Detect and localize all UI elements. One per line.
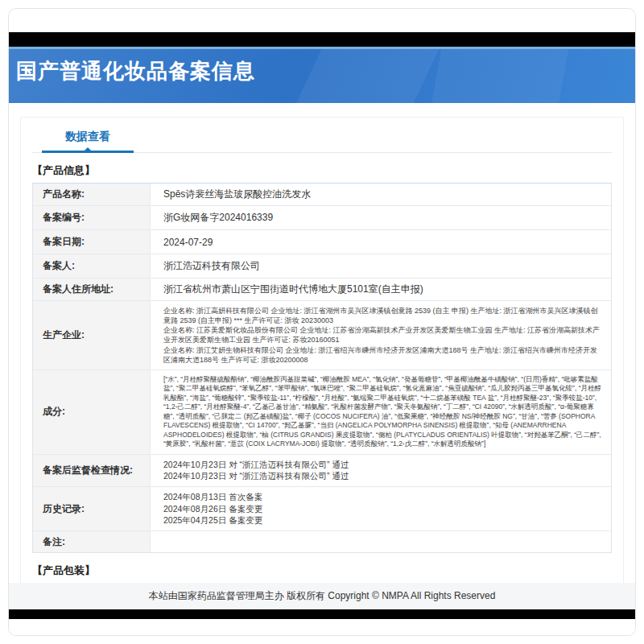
- manufacturer-entry: 企业名称: 浙江高妍科技有限公司 企业地址: 浙江省湖州市吴兴区埭溪镇创意路 2…: [163, 306, 603, 325]
- page-footer: 本站由国家药品监督管理局主办 版权所有 Copyright © NMPA All…: [9, 583, 635, 609]
- row-value: [151, 531, 611, 552]
- section-product-info: 【产品信息】: [32, 163, 612, 178]
- copyright-text: 本站由国家药品监督管理局主办 版权所有 Copyright © NMPA All…: [149, 589, 496, 603]
- tab-bar: 数据查看: [32, 118, 612, 153]
- row-label: 生产企业:: [33, 301, 151, 369]
- row-label: 备案后监督检查情况:: [33, 455, 151, 486]
- product-info-table: 产品名称: Spēs诗裴丝海盐玻尿酸控油洗发水 备案编号: 浙G妆网备字2024…: [32, 183, 612, 553]
- table-row-history: 历史记录: 2024年08月13日 首次备案 2024年08月26日 备案变更 …: [33, 487, 611, 531]
- row-label: 备案人:: [33, 254, 151, 278]
- row-label: 历史记录:: [33, 487, 151, 530]
- row-label: 成分:: [33, 370, 151, 454]
- row-label: 备案日期:: [33, 230, 151, 254]
- tab-data-view-label: 数据查看: [65, 130, 110, 142]
- table-row-supervision: 备案后监督检查情况: 2024年10月23日 对 “浙江浩迈科技有限公司” 通过…: [33, 455, 611, 487]
- row-value: 2024年08月13日 首次备案 2024年08月26日 备案变更 2025年0…: [151, 487, 611, 530]
- history-entry: 2025年04月25日 备案变更: [163, 514, 603, 526]
- row-value: 浙G妆网备字2024016339: [151, 206, 611, 229]
- tab-data-view[interactable]: 数据查看: [42, 130, 134, 153]
- top-black-bar: [9, 32, 635, 47]
- row-value: 浙江省杭州市萧山区宁围街道时代博地大厦5101室(自主申报): [151, 279, 611, 300]
- table-row-record-date: 备案日期: 2024-07-29: [33, 230, 611, 254]
- data-card: 数据查看 【产品信息】 产品名称: Spēs诗裴丝海盐玻尿酸控油洗发水 备案编号…: [20, 117, 624, 583]
- page-frame: 国产普通化妆品备案信息 数据查看 【产品信息】 产品名称: Spēs诗裴丝海盐玻…: [8, 8, 636, 636]
- page-title: 国产普通化妆品备案信息: [9, 49, 635, 85]
- row-label: 备案人住所地址:: [33, 279, 151, 300]
- table-row-ingredients: 成分: [“水”, “月桂醇聚醚硫酸酯钠”, “椰油酰胺丙基甜菜碱”, “椰油酰…: [33, 370, 611, 455]
- main-content: 数据查看 【产品信息】 产品名称: Spēs诗裴丝海盐玻尿酸控油洗发水 备案编号…: [9, 103, 635, 583]
- row-label: 备案编号:: [33, 206, 151, 229]
- row-value: Spēs诗裴丝海盐玻尿酸控油洗发水: [151, 184, 611, 205]
- table-row-product-name: 产品名称: Spēs诗裴丝海盐玻尿酸控油洗发水: [33, 184, 611, 206]
- supervision-entry: 2024年10月23日 对 “浙江浩迈科技有限公司” 通过: [163, 459, 603, 471]
- row-label: 备注:: [33, 531, 151, 552]
- table-row-registrant: 备案人: 浙江浩迈科技有限公司: [33, 254, 611, 279]
- row-value: [“水”, “月桂醇聚醚硫酸酯钠”, “椰油酰胺丙基甜菜碱”, “椰油酰胺 ME…: [151, 370, 611, 454]
- history-entry: 2024年08月26日 备案变更: [163, 503, 603, 515]
- manufacturer-entry: 企业名称: 浙江艾妍生物科技有限公司 企业地址: 浙江省绍兴市嵊州市经济开发区浦…: [163, 345, 603, 365]
- table-row-manufacturers: 生产企业: 企业名称: 浙江高妍科技有限公司 企业地址: 浙江省湖州市吴兴区埭溪…: [33, 301, 611, 370]
- history-entry: 2024年08月13日 首次备案: [163, 491, 603, 503]
- bottom-black-bar: [9, 609, 635, 619]
- manufacturer-entry: 企业名称: 江苏美爱斯化妆品股份有限公司 企业地址: 江苏省汾湖高新技术产业开发…: [163, 325, 603, 345]
- table-row-remarks: 备注:: [33, 531, 611, 552]
- top-margin: [9, 9, 635, 32]
- bottom-margin: [9, 619, 635, 635]
- page-header: 国产普通化妆品备案信息: [9, 47, 635, 103]
- row-value: 浙江浩迈科技有限公司: [151, 254, 611, 278]
- row-value: 企业名称: 浙江高妍科技有限公司 企业地址: 浙江省湖州市吴兴区埭溪镇创意路 2…: [151, 301, 611, 369]
- table-row-registrant-address: 备案人住所地址: 浙江省杭州市萧山区宁围街道时代博地大厦5101室(自主申报): [33, 279, 611, 301]
- row-label: 产品名称:: [33, 184, 151, 205]
- tab-active-underline: [42, 151, 134, 153]
- row-value: 2024年10月23日 对 “浙江浩迈科技有限公司” 通过 2024年10月23…: [151, 455, 611, 486]
- row-value: 2024-07-29: [151, 230, 611, 254]
- section-packaging: 【产品包装】: [32, 564, 612, 578]
- screenshot-canvas: 国产普通化妆品备案信息 数据查看 【产品信息】 产品名称: Spēs诗裴丝海盐玻…: [0, 0, 644, 644]
- supervision-entry: 2024年10月23日 对 “浙江浩迈科技有限公司” 通过: [163, 470, 603, 482]
- table-row-record-number: 备案编号: 浙G妆网备字2024016339: [33, 206, 611, 230]
